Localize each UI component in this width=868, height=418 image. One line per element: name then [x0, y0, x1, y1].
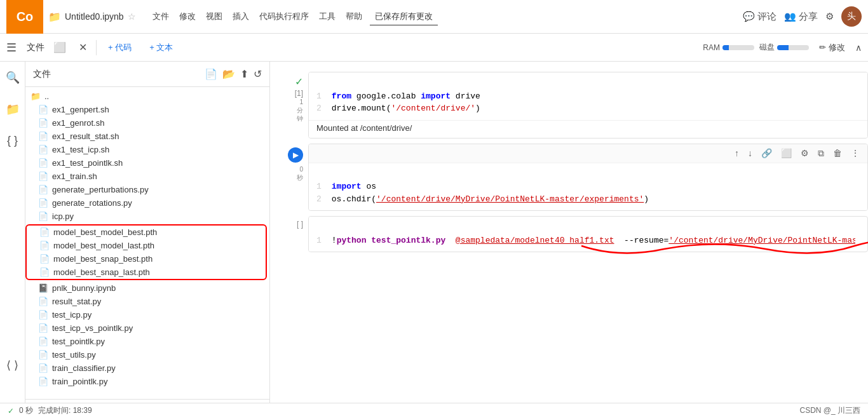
- list-item[interactable]: 📄 generate_perturbations.py: [25, 183, 269, 196]
- link-icon[interactable]: 🔗: [759, 147, 775, 159]
- cell-time-1: 1 分 钟: [297, 98, 303, 123]
- file-icon: 📄: [38, 145, 48, 154]
- list-item[interactable]: 📄 train_classifier.py: [25, 361, 269, 375]
- list-item[interactable]: 📄 model_best_model_best.pth: [27, 226, 266, 239]
- settings-cell-icon[interactable]: ⚙: [798, 147, 811, 159]
- left-icon-search[interactable]: 🔍: [2, 67, 24, 88]
- new-folder-icon[interactable]: 📂: [222, 68, 235, 80]
- refresh-icon[interactable]: ↺: [254, 68, 262, 80]
- run-button-2[interactable]: ▶: [288, 147, 303, 163]
- list-item[interactable]: 📄 ex1_train.sh: [25, 170, 269, 183]
- list-item[interactable]: 📄 model_best_model_last.pth: [27, 239, 266, 252]
- file-icon: 📄: [38, 118, 48, 128]
- duplicate-icon[interactable]: ⧉: [815, 147, 827, 160]
- notebook-title: 📁 Untitled0.ipynb ☆: [48, 11, 136, 23]
- left-icon-code[interactable]: { }: [3, 130, 22, 151]
- list-item[interactable]: 📄 model_best_snap_best.pth: [27, 252, 266, 266]
- time-elapsed: 0 秒: [19, 405, 33, 416]
- menu-view[interactable]: 视图: [201, 8, 227, 25]
- move-up-icon[interactable]: ↑: [732, 147, 742, 159]
- disk-bar-fill: [777, 45, 789, 50]
- topbar: Co 📁 Untitled0.ipynb ☆ 文件 修改 视图 插入 代码执行程…: [0, 0, 868, 34]
- file-icon: 📄: [38, 105, 48, 114]
- cell-label-1: [1]: [295, 89, 303, 98]
- sidebar-toggle-button[interactable]: ☰: [6, 41, 17, 55]
- move-down-icon[interactable]: ↓: [745, 147, 755, 159]
- expand-button[interactable]: ⬜: [50, 40, 70, 55]
- close-button[interactable]: ✕: [75, 40, 91, 55]
- list-item[interactable]: 📄 model_best_snap_last.pth: [27, 266, 266, 279]
- code-cell-1: ✓ [1] 1 分 钟 1from google.colab import dr…: [270, 72, 868, 138]
- file-icon: 📄: [38, 158, 48, 168]
- new-file-icon[interactable]: 📄: [205, 68, 217, 80]
- chevron-up-icon[interactable]: ∧: [855, 43, 862, 53]
- menu-insert[interactable]: 插入: [227, 8, 254, 25]
- list-item[interactable]: 📄 result_stat.py: [25, 295, 269, 308]
- credit-label: CSDN @_ 川三西: [799, 405, 860, 416]
- list-item[interactable]: 📄 ex1_result_stat.sh: [25, 130, 269, 143]
- cell-body-3[interactable]: 1!python test_pointlk.py @sampledata/mod…: [308, 216, 868, 252]
- list-item[interactable]: 📓 pnlk_bunny.ipynb: [25, 281, 269, 295]
- notebook-wrapper: ✓ [1] 1 分 钟 1from google.colab import dr…: [270, 62, 868, 418]
- list-item[interactable]: 📄 test_icp_vs_pointlk.py: [25, 321, 269, 335]
- sidebar: 文件 📄 📂 ⬆ ↺ 📁 .. 📄 ex1_genpert.sh 📄 ex1_g: [25, 62, 270, 418]
- disk-bar: [777, 45, 809, 50]
- keyword: from: [332, 91, 351, 101]
- disk-widget[interactable]: 磁盘: [759, 42, 809, 53]
- notebook: ✓ [1] 1 分 钟 1from google.colab import dr…: [270, 62, 868, 267]
- list-item[interactable]: 📄 test_utils.py: [25, 348, 269, 361]
- edit-button[interactable]: ✏ 修改: [814, 39, 850, 56]
- file-icon: 📄: [38, 363, 48, 373]
- menu-file[interactable]: 文件: [147, 8, 174, 25]
- saved-status[interactable]: 已保存所有更改: [370, 8, 438, 25]
- list-item[interactable]: 📄 icp.py: [25, 210, 269, 223]
- avatar[interactable]: 头: [841, 6, 862, 27]
- ram-widget[interactable]: RAM: [703, 43, 754, 52]
- comment-icon: 💬: [743, 11, 755, 22]
- code-content-1: 1from google.colab import drive 2drive.m…: [309, 72, 867, 120]
- star-icon[interactable]: ☆: [128, 11, 136, 22]
- parent-dir-item[interactable]: 📁 ..: [25, 90, 269, 103]
- file-icon: 📄: [38, 212, 48, 221]
- menu-tools[interactable]: 工具: [314, 8, 341, 25]
- left-icon-strip: 🔍 📁 { } ⟨ ⟩ ▣: [0, 62, 25, 418]
- add-code-button[interactable]: + 代码: [102, 38, 138, 57]
- path-link-2[interactable]: '/content/drive/MyDrive/PointNetLK-maste…: [376, 194, 644, 204]
- menu-runtime[interactable]: 代码执行程序: [254, 8, 314, 25]
- file-icon: 📄: [38, 172, 48, 181]
- cell-body-1[interactable]: 1from google.colab import drive 2drive.m…: [308, 72, 868, 138]
- path-link-3a[interactable]: @sampledata/modelnet40_half1.txt: [456, 236, 614, 245]
- file-section-label: 文件: [27, 42, 44, 53]
- left-icon-files[interactable]: 📁: [2, 98, 24, 120]
- keyword2: python test_pointlk.py: [337, 236, 456, 245]
- list-item[interactable]: 📄 generate_rotations.py: [25, 196, 269, 210]
- file-icon: 📄: [38, 198, 48, 208]
- comment-button[interactable]: 💬 评论: [743, 11, 776, 23]
- file-icon: 📓: [38, 283, 48, 293]
- settings-button[interactable]: ⚙: [825, 11, 834, 22]
- menu-edit[interactable]: 修改: [174, 8, 201, 25]
- delete-icon[interactable]: 🗑: [831, 147, 844, 159]
- secondary-toolbar: ☰ 文件 ⬜ ✕ + 代码 + 文本 RAM 磁盘 ✏ 修改 ∧: [0, 34, 868, 62]
- list-item[interactable]: 📄 ex1_test_pointlk.sh: [25, 156, 269, 170]
- list-item[interactable]: 📄 ex1_test_icp.sh: [25, 143, 269, 156]
- list-item[interactable]: 📄 train_pointlk.py: [25, 375, 269, 388]
- add-text-button[interactable]: + 文本: [143, 38, 179, 57]
- file-icon: 📄: [38, 297, 48, 306]
- list-item[interactable]: 📄 ex1_genpert.sh: [25, 103, 269, 116]
- cell-body-2[interactable]: ↑ ↓ 🔗 ⬜ ⚙ ⧉ 🗑 ⋮ 1import os 2os.chdir('/c…: [308, 144, 868, 212]
- file-icon: 📄: [38, 350, 48, 360]
- more-icon[interactable]: ⋮: [848, 147, 862, 159]
- upload-icon[interactable]: ⬆: [240, 68, 248, 80]
- list-item[interactable]: 📄 test_icp.py: [25, 308, 269, 321]
- copy-code-icon[interactable]: ⬜: [778, 147, 794, 159]
- menu-help[interactable]: 帮助: [341, 8, 367, 25]
- left-icon-expand[interactable]: ⟨ ⟩: [3, 354, 22, 376]
- list-item[interactable]: 📄 test_pointlk.py: [25, 335, 269, 348]
- path-link-3b[interactable]: '/content/drive/MyDrive/PointNetLK-maste…: [668, 236, 855, 245]
- share-button[interactable]: 👥 分享: [784, 11, 818, 23]
- code-content-3: 1!python test_pointlk.py @sampledata/mod…: [309, 217, 855, 252]
- folder-icon: 📁: [31, 91, 41, 101]
- list-item[interactable]: 📄 ex1_genrot.sh: [25, 116, 269, 130]
- notebook-name[interactable]: Untitled0.ipynb: [65, 11, 124, 22]
